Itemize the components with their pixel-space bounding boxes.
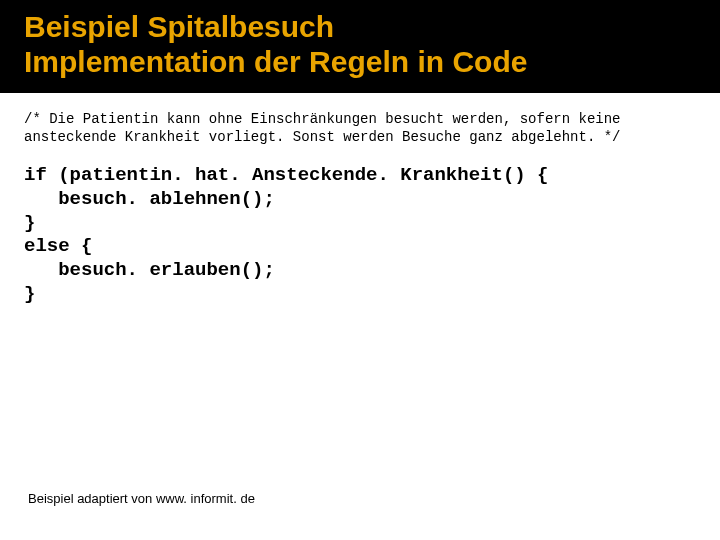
slide-footer: Beispiel adaptiert von www. informit. de xyxy=(28,491,255,506)
slide-header: Beispiel Spitalbesuch Implementation der… xyxy=(0,0,720,93)
code-block: if (patientin. hat. Ansteckende. Krankhe… xyxy=(24,164,696,307)
slide-content: /* Die Patientin kann ohne Einschränkung… xyxy=(0,93,720,307)
title-line-2: Implementation der Regeln in Code xyxy=(24,45,696,80)
code-comment: /* Die Patientin kann ohne Einschränkung… xyxy=(24,111,696,146)
title-line-1: Beispiel Spitalbesuch xyxy=(24,10,696,45)
